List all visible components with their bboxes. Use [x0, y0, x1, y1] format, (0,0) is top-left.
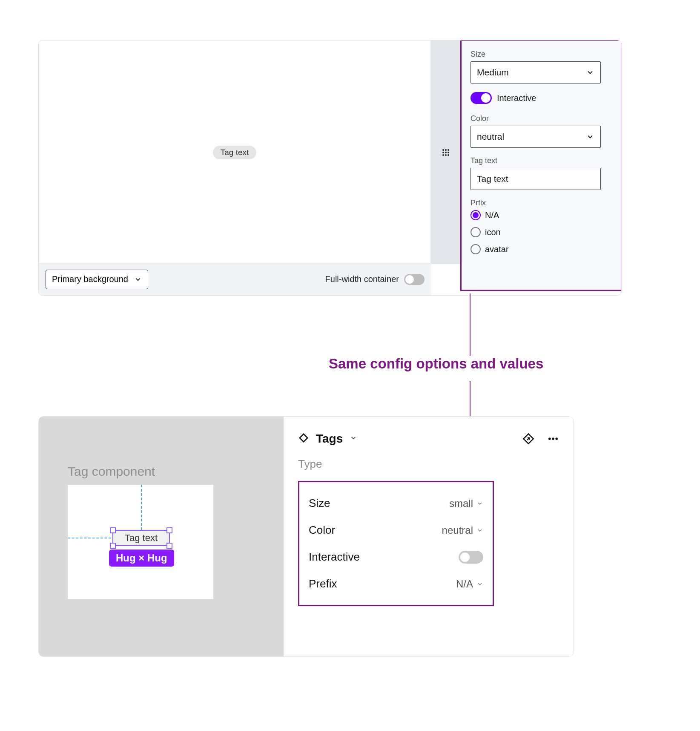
background-select[interactable]: Primary background	[46, 270, 148, 289]
size-prop-select[interactable]: small	[449, 498, 483, 509]
figma-inspector: Tags Type Size small	[284, 417, 574, 656]
svg-point-3	[442, 152, 444, 153]
preview-tag: Tag text	[213, 146, 257, 159]
type-section-label: Type	[298, 458, 559, 471]
size-select[interactable]: Medium	[470, 61, 601, 83]
playground-panel: Tag text Size Medium Interactive Color n…	[38, 40, 622, 296]
chevron-down-icon	[134, 276, 142, 283]
svg-point-6	[442, 154, 444, 156]
svg-point-13	[555, 437, 558, 440]
color-prop-label: Color	[309, 524, 335, 537]
drag-handle-icon	[441, 147, 451, 158]
prefix-radio-na[interactable]: N/A	[470, 210, 613, 220]
svg-point-4	[445, 152, 447, 153]
component-preview-canvas: Tag text	[39, 40, 430, 264]
prefix-option-label: avatar	[485, 245, 509, 254]
color-prop-value: neutral	[442, 524, 473, 536]
svg-rect-9	[300, 434, 307, 442]
selection-handle[interactable]	[110, 543, 116, 549]
color-select[interactable]: neutral	[470, 126, 601, 148]
chevron-down-icon[interactable]	[350, 434, 357, 443]
svg-point-12	[552, 437, 554, 440]
interactive-toggle[interactable]	[470, 92, 492, 104]
fullwidth-label: Full-width container	[325, 274, 399, 284]
tagtext-label: Tag text	[470, 156, 613, 165]
selection-handle[interactable]	[166, 543, 172, 549]
chevron-down-icon	[586, 68, 594, 77]
prefix-prop-select[interactable]: N/A	[456, 578, 483, 590]
color-prop-select[interactable]: neutral	[442, 524, 483, 536]
annotation-connector	[470, 294, 470, 356]
figma-canvas: Tag component Tag text Hug × Hug	[39, 417, 284, 656]
interactive-label: Interactive	[497, 93, 536, 103]
tagtext-input[interactable]: Tag text	[470, 168, 601, 190]
prefix-prop-value: N/A	[456, 578, 473, 590]
background-value: Primary background	[52, 274, 128, 284]
prefix-label: Prfix	[470, 199, 613, 207]
annotation-highlight-box: Size small Color neutral Interactive Pre…	[298, 481, 494, 606]
constraint-badge: Hug × Hug	[109, 550, 174, 567]
component-variant-icon	[298, 432, 309, 445]
svg-point-7	[445, 154, 447, 156]
svg-point-2	[448, 149, 449, 151]
color-value: neutral	[477, 132, 504, 142]
svg-point-1	[445, 149, 447, 151]
config-sidebar: Size Medium Interactive Color neutral Ta	[461, 40, 622, 291]
alignment-guide-horizontal	[68, 538, 111, 538]
design-frame[interactable]: Tag text Hug × Hug	[68, 485, 213, 599]
frame-title: Tag component	[68, 464, 284, 479]
prefix-option-label: N/A	[485, 210, 499, 220]
prefix-radio-icon[interactable]: icon	[470, 227, 613, 237]
component-name: Tags	[316, 432, 343, 446]
selection-handle[interactable]	[166, 527, 172, 533]
fullwidth-toggle[interactable]	[404, 274, 425, 285]
divider-handle[interactable]	[430, 40, 461, 264]
annotation-text: Same config options and values	[329, 356, 543, 372]
tagtext-value: Tag text	[477, 174, 508, 184]
selected-tag-component[interactable]: Tag text	[112, 530, 170, 546]
svg-point-0	[442, 149, 444, 151]
more-options-icon[interactable]	[547, 433, 559, 445]
size-prop-value: small	[449, 498, 473, 509]
size-prop-label: Size	[309, 497, 330, 510]
alignment-guide-vertical	[141, 485, 142, 530]
interactive-prop-label: Interactive	[309, 550, 360, 564]
svg-point-11	[548, 437, 551, 440]
preview-footer: Primary background Full-width container	[39, 263, 431, 295]
chevron-down-icon	[586, 132, 594, 141]
selected-tag-text: Tag text	[125, 532, 158, 544]
color-label: Color	[470, 114, 613, 123]
svg-point-5	[448, 152, 449, 153]
interactive-prop-toggle[interactable]	[459, 551, 483, 564]
figma-panel: Tag component Tag text Hug × Hug Tags	[38, 416, 574, 657]
svg-point-8	[448, 154, 449, 156]
size-label: Size	[470, 50, 613, 59]
prefix-radio-avatar[interactable]: avatar	[470, 244, 613, 254]
selection-handle[interactable]	[110, 527, 116, 533]
prefix-option-label: icon	[485, 227, 501, 237]
size-value: Medium	[477, 67, 509, 78]
prefix-prop-label: Prefix	[309, 577, 337, 590]
open-external-icon[interactable]	[522, 433, 534, 445]
